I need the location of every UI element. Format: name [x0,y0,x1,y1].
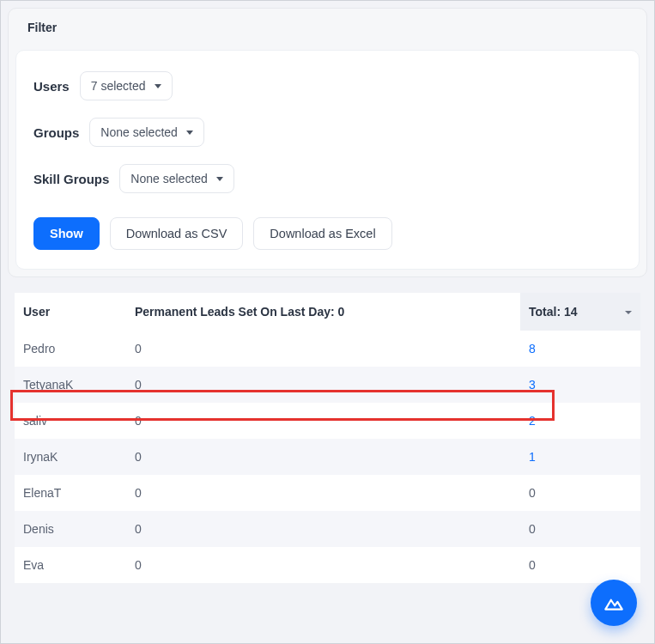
filter-row-users: Users 7 selected [33,71,622,100]
users-label: Users [33,79,70,94]
table-row[interactable]: saliv02 [15,403,640,439]
cell-total[interactable]: 3 [520,367,640,403]
cell-total[interactable]: 8 [520,331,640,367]
cell-total: 0 [520,547,640,583]
col-total-label: Total: 14 [529,305,578,319]
show-button[interactable]: Show [33,217,100,250]
cell-user: Denis [15,511,126,547]
col-total[interactable]: Total: 14 [520,293,640,331]
filter-header: Filter [9,9,646,45]
cell-user: Pedro [15,331,126,367]
cell-user: ElenaT [15,475,126,511]
filter-body: Users 7 selected Groups None selected Sk… [15,50,640,270]
users-dropdown-value: 7 selected [91,79,146,93]
caret-down-icon [216,177,223,181]
filter-title: Filter [27,21,628,34]
filter-actions: Show Download as CSV Download as Excel [33,217,622,250]
skill-groups-label: Skill Groups [33,172,109,186]
table-row[interactable]: IrynaK01 [15,439,640,475]
cell-total[interactable]: 2 [520,403,640,439]
cell-leads: 0 [126,511,520,547]
cell-leads: 0 [126,367,520,403]
download-excel-button[interactable]: Download as Excel [253,217,391,250]
chat-fab-button[interactable] [591,580,637,626]
table-row[interactable]: TetyanaK03 [15,367,640,403]
table-row[interactable]: Eva00 [15,547,640,583]
users-dropdown[interactable]: 7 selected [80,71,173,100]
table-header-row: User Permanent Leads Set On Last Day: 0 … [15,293,640,331]
skill-groups-dropdown-value: None selected [130,172,208,185]
cell-total: 0 [520,511,640,547]
sort-caret-icon [625,311,632,314]
cell-user: Eva [15,547,126,583]
filter-row-skill-groups: Skill Groups None selected [33,164,622,193]
cell-total[interactable]: 1 [520,439,640,475]
skill-groups-dropdown[interactable]: None selected [119,164,234,193]
cell-user: IrynaK [15,439,126,475]
groups-dropdown[interactable]: None selected [89,118,204,147]
col-user[interactable]: User [15,293,126,331]
cell-total: 0 [520,475,640,511]
table-row[interactable]: Pedro08 [15,331,640,367]
filter-panel: Filter Users 7 selected Groups None sele… [8,8,647,277]
cell-leads: 0 [126,547,520,583]
cell-leads: 0 [126,475,520,511]
cell-leads: 0 [126,403,520,439]
table-row[interactable]: ElenaT00 [15,475,640,511]
cell-user: saliv [15,403,126,439]
cell-leads: 0 [126,439,520,475]
caret-down-icon [155,84,161,88]
table-row[interactable]: Denis00 [15,511,640,547]
groups-dropdown-value: None selected [100,125,178,139]
download-csv-button[interactable]: Download as CSV [110,217,244,250]
filter-row-groups: Groups None selected [33,118,622,147]
mountain-icon [603,592,625,614]
cell-user: TetyanaK [15,367,126,403]
groups-label: Groups [33,125,79,140]
caret-down-icon [186,131,193,135]
results-table: User Permanent Leads Set On Last Day: 0 … [15,293,640,583]
col-leads[interactable]: Permanent Leads Set On Last Day: 0 [126,293,520,331]
cell-leads: 0 [126,331,520,367]
